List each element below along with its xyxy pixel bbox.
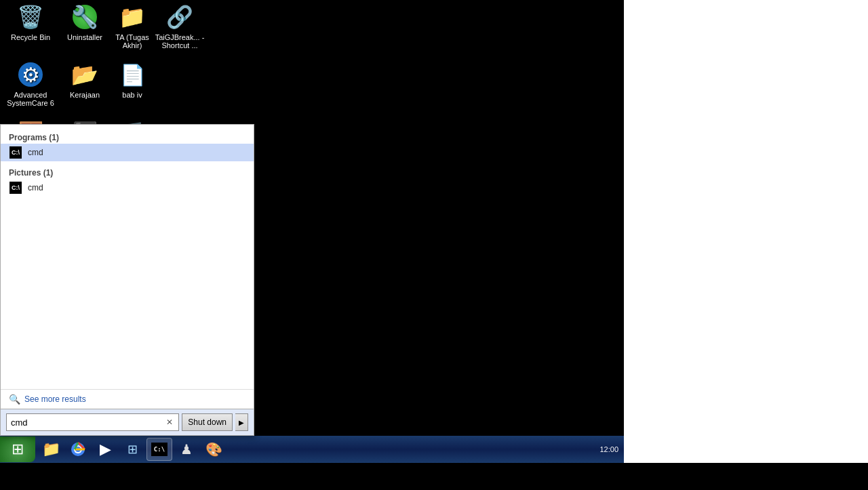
desktop: 🗑️ Recycle Bin 🔧 Uninstaller 📁 TA (Tugas… — [0, 0, 624, 463]
pictures-section-title: Pictures (1) — [1, 167, 254, 179]
cmd-small-icon: C:\ — [9, 182, 22, 194]
search-input-box: ✕ — [6, 413, 179, 431]
search-glass-icon: 🔍 — [9, 394, 20, 405]
desktop-icon-recycle[interactable]: 🗑️ Recycle Bin — [3, 3, 58, 41]
icon-label: TaiGJBreak... - Shortcut ... — [153, 33, 207, 49]
cmd-program-icon: C:\ — [9, 146, 22, 159]
system-tray: 12:00 — [594, 436, 624, 463]
uninstaller-icon: 🔧 — [71, 3, 98, 30]
taskbar-media[interactable]: ▶ — [92, 438, 118, 461]
tray-clock: 12:00 — [599, 445, 618, 453]
program-result-label: cmd — [28, 148, 43, 157]
ta-folder-icon: 📁 — [119, 3, 146, 30]
icon-label: bab iv — [105, 91, 159, 99]
icon-label: Uninstaller — [58, 33, 112, 41]
shutdown-label: Shut down — [188, 417, 226, 427]
desktop-icon-taigj[interactable]: 🔗 TaiGJBreak... - Shortcut ... — [153, 3, 207, 49]
desktop-icon-uninstaller[interactable]: 🔧 Uninstaller — [58, 3, 112, 41]
picture-result-cmd[interactable]: C:\ cmd — [1, 179, 254, 197]
desktop-icon-bab[interactable]: 📄 bab iv — [105, 61, 159, 99]
start-button[interactable] — [0, 436, 35, 462]
see-more-label: See more results — [24, 394, 86, 404]
start-menu: Programs (1) C:\ cmd Pictures (1) C:\ cm… — [0, 124, 254, 436]
icon-label: Recycle Bin — [3, 33, 58, 41]
icon-label: Kerajaan — [58, 91, 112, 99]
empty-results-area — [1, 197, 254, 386]
program-result-cmd[interactable]: C:\ cmd — [1, 144, 254, 161]
icon-label: TA (Tugas Akhir) — [105, 33, 159, 49]
desktop-icon-kerajaan[interactable]: 📂 Kerajaan — [58, 61, 112, 99]
taskbar-cmd[interactable]: C:\ — [146, 438, 172, 461]
recycle-bin-icon: 🗑️ — [17, 3, 44, 30]
desktop-icon-advanced[interactable]: ⚙ Advanced SystemCare 6 — [3, 61, 58, 107]
taskbar-paint[interactable]: 🎨 — [201, 438, 226, 461]
right-panel — [624, 0, 868, 463]
taskbar-steam[interactable]: ♟ — [174, 438, 199, 461]
kerajaan-folder-icon: 📂 — [71, 61, 98, 88]
see-more-results[interactable]: 🔍 See more results — [1, 389, 254, 409]
programs-section-title: Programs (1) — [1, 131, 254, 144]
taigj-icon: 🔗 — [166, 3, 193, 30]
bab-doc-icon: 📄 — [119, 61, 146, 88]
shutdown-button[interactable]: Shut down — [182, 413, 233, 431]
taskbar-control[interactable]: ⊞ — [119, 438, 145, 461]
taskbar-explorer[interactable]: 📁 — [38, 438, 64, 461]
cmd-icon-small: C:\ — [9, 146, 22, 159]
desktop-icon-ta[interactable]: 📁 TA (Tugas Akhir) — [105, 3, 159, 49]
clear-search-button[interactable]: ✕ — [165, 417, 174, 427]
picture-result-label: cmd — [28, 183, 43, 192]
search-input[interactable] — [11, 417, 165, 428]
icon-label: Advanced SystemCare 6 — [3, 91, 58, 107]
taskbar: 📁 ▶ ⊞ C:\ ♟ 🎨 12:00 — [0, 436, 624, 463]
taskbar-icons: 📁 ▶ ⊞ C:\ ♟ 🎨 — [38, 438, 226, 461]
cmd-picture-icon: C:\ — [9, 181, 22, 195]
shutdown-arrow-button[interactable]: ▶ — [235, 413, 248, 431]
advanced-icon: ⚙ — [17, 61, 44, 88]
start-menu-footer: ✕ Shut down ▶ — [1, 409, 254, 435]
taskbar-chrome[interactable] — [65, 438, 91, 461]
